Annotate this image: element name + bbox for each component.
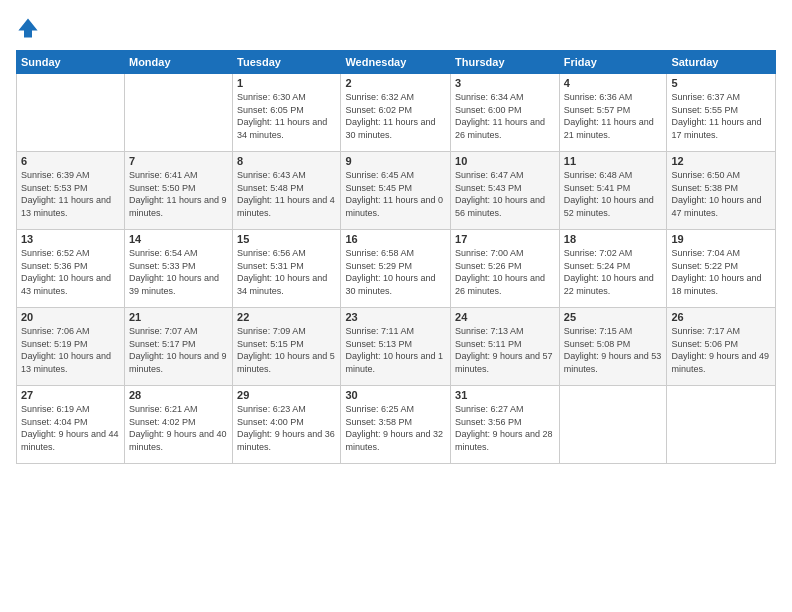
day-number: 15 bbox=[237, 233, 336, 245]
day-info: Sunrise: 6:23 AMSunset: 4:00 PMDaylight:… bbox=[237, 403, 336, 453]
day-number: 5 bbox=[671, 77, 771, 89]
day-info: Sunrise: 6:48 AMSunset: 5:41 PMDaylight:… bbox=[564, 169, 663, 219]
day-info: Sunrise: 7:15 AMSunset: 5:08 PMDaylight:… bbox=[564, 325, 663, 375]
table-row: 8Sunrise: 6:43 AMSunset: 5:48 PMDaylight… bbox=[233, 152, 341, 230]
day-number: 8 bbox=[237, 155, 336, 167]
day-info: Sunrise: 6:58 AMSunset: 5:29 PMDaylight:… bbox=[345, 247, 446, 297]
day-number: 21 bbox=[129, 311, 228, 323]
header-row: Sunday Monday Tuesday Wednesday Thursday… bbox=[17, 51, 776, 74]
day-info: Sunrise: 6:47 AMSunset: 5:43 PMDaylight:… bbox=[455, 169, 555, 219]
day-number: 12 bbox=[671, 155, 771, 167]
day-number: 10 bbox=[455, 155, 555, 167]
table-row bbox=[559, 386, 667, 464]
day-number: 18 bbox=[564, 233, 663, 245]
day-info: Sunrise: 6:25 AMSunset: 3:58 PMDaylight:… bbox=[345, 403, 446, 453]
table-row: 18Sunrise: 7:02 AMSunset: 5:24 PMDayligh… bbox=[559, 230, 667, 308]
table-row: 9Sunrise: 6:45 AMSunset: 5:45 PMDaylight… bbox=[341, 152, 451, 230]
calendar-table: Sunday Monday Tuesday Wednesday Thursday… bbox=[16, 50, 776, 464]
day-info: Sunrise: 6:34 AMSunset: 6:00 PMDaylight:… bbox=[455, 91, 555, 141]
day-info: Sunrise: 6:43 AMSunset: 5:48 PMDaylight:… bbox=[237, 169, 336, 219]
header bbox=[16, 16, 776, 40]
day-number: 26 bbox=[671, 311, 771, 323]
day-number: 23 bbox=[345, 311, 446, 323]
calendar-week-4: 20Sunrise: 7:06 AMSunset: 5:19 PMDayligh… bbox=[17, 308, 776, 386]
table-row: 27Sunrise: 6:19 AMSunset: 4:04 PMDayligh… bbox=[17, 386, 125, 464]
day-number: 19 bbox=[671, 233, 771, 245]
day-number: 31 bbox=[455, 389, 555, 401]
table-row: 6Sunrise: 6:39 AMSunset: 5:53 PMDaylight… bbox=[17, 152, 125, 230]
day-number: 28 bbox=[129, 389, 228, 401]
day-info: Sunrise: 7:09 AMSunset: 5:15 PMDaylight:… bbox=[237, 325, 336, 375]
day-info: Sunrise: 7:11 AMSunset: 5:13 PMDaylight:… bbox=[345, 325, 446, 375]
table-row: 3Sunrise: 6:34 AMSunset: 6:00 PMDaylight… bbox=[451, 74, 560, 152]
table-row: 26Sunrise: 7:17 AMSunset: 5:06 PMDayligh… bbox=[667, 308, 776, 386]
day-number: 6 bbox=[21, 155, 120, 167]
col-sunday: Sunday bbox=[17, 51, 125, 74]
table-row: 25Sunrise: 7:15 AMSunset: 5:08 PMDayligh… bbox=[559, 308, 667, 386]
col-tuesday: Tuesday bbox=[233, 51, 341, 74]
day-info: Sunrise: 7:02 AMSunset: 5:24 PMDaylight:… bbox=[564, 247, 663, 297]
table-row: 16Sunrise: 6:58 AMSunset: 5:29 PMDayligh… bbox=[341, 230, 451, 308]
day-number: 13 bbox=[21, 233, 120, 245]
table-row: 15Sunrise: 6:56 AMSunset: 5:31 PMDayligh… bbox=[233, 230, 341, 308]
col-monday: Monday bbox=[124, 51, 232, 74]
day-number: 17 bbox=[455, 233, 555, 245]
table-row: 28Sunrise: 6:21 AMSunset: 4:02 PMDayligh… bbox=[124, 386, 232, 464]
day-info: Sunrise: 7:17 AMSunset: 5:06 PMDaylight:… bbox=[671, 325, 771, 375]
table-row: 19Sunrise: 7:04 AMSunset: 5:22 PMDayligh… bbox=[667, 230, 776, 308]
day-number: 7 bbox=[129, 155, 228, 167]
day-number: 22 bbox=[237, 311, 336, 323]
calendar-week-1: 1Sunrise: 6:30 AMSunset: 6:05 PMDaylight… bbox=[17, 74, 776, 152]
day-info: Sunrise: 6:39 AMSunset: 5:53 PMDaylight:… bbox=[21, 169, 120, 219]
day-number: 14 bbox=[129, 233, 228, 245]
calendar-week-3: 13Sunrise: 6:52 AMSunset: 5:36 PMDayligh… bbox=[17, 230, 776, 308]
day-info: Sunrise: 7:13 AMSunset: 5:11 PMDaylight:… bbox=[455, 325, 555, 375]
day-info: Sunrise: 6:37 AMSunset: 5:55 PMDaylight:… bbox=[671, 91, 771, 141]
day-number: 29 bbox=[237, 389, 336, 401]
day-number: 25 bbox=[564, 311, 663, 323]
calendar-body: 1Sunrise: 6:30 AMSunset: 6:05 PMDaylight… bbox=[17, 74, 776, 464]
day-number: 4 bbox=[564, 77, 663, 89]
logo-icon bbox=[16, 16, 40, 40]
table-row: 22Sunrise: 7:09 AMSunset: 5:15 PMDayligh… bbox=[233, 308, 341, 386]
table-row: 13Sunrise: 6:52 AMSunset: 5:36 PMDayligh… bbox=[17, 230, 125, 308]
day-info: Sunrise: 6:45 AMSunset: 5:45 PMDaylight:… bbox=[345, 169, 446, 219]
day-number: 20 bbox=[21, 311, 120, 323]
table-row: 21Sunrise: 7:07 AMSunset: 5:17 PMDayligh… bbox=[124, 308, 232, 386]
day-info: Sunrise: 6:30 AMSunset: 6:05 PMDaylight:… bbox=[237, 91, 336, 141]
table-row: 2Sunrise: 6:32 AMSunset: 6:02 PMDaylight… bbox=[341, 74, 451, 152]
day-info: Sunrise: 7:00 AMSunset: 5:26 PMDaylight:… bbox=[455, 247, 555, 297]
table-row bbox=[17, 74, 125, 152]
table-row: 14Sunrise: 6:54 AMSunset: 5:33 PMDayligh… bbox=[124, 230, 232, 308]
table-row: 17Sunrise: 7:00 AMSunset: 5:26 PMDayligh… bbox=[451, 230, 560, 308]
table-row: 30Sunrise: 6:25 AMSunset: 3:58 PMDayligh… bbox=[341, 386, 451, 464]
table-row: 31Sunrise: 6:27 AMSunset: 3:56 PMDayligh… bbox=[451, 386, 560, 464]
calendar-header: Sunday Monday Tuesday Wednesday Thursday… bbox=[17, 51, 776, 74]
table-row: 24Sunrise: 7:13 AMSunset: 5:11 PMDayligh… bbox=[451, 308, 560, 386]
col-thursday: Thursday bbox=[451, 51, 560, 74]
day-number: 3 bbox=[455, 77, 555, 89]
table-row: 10Sunrise: 6:47 AMSunset: 5:43 PMDayligh… bbox=[451, 152, 560, 230]
svg-marker-0 bbox=[18, 18, 37, 37]
logo bbox=[16, 16, 44, 40]
table-row: 20Sunrise: 7:06 AMSunset: 5:19 PMDayligh… bbox=[17, 308, 125, 386]
day-info: Sunrise: 7:07 AMSunset: 5:17 PMDaylight:… bbox=[129, 325, 228, 375]
col-saturday: Saturday bbox=[667, 51, 776, 74]
day-number: 27 bbox=[21, 389, 120, 401]
table-row: 29Sunrise: 6:23 AMSunset: 4:00 PMDayligh… bbox=[233, 386, 341, 464]
table-row: 23Sunrise: 7:11 AMSunset: 5:13 PMDayligh… bbox=[341, 308, 451, 386]
day-number: 30 bbox=[345, 389, 446, 401]
day-info: Sunrise: 7:06 AMSunset: 5:19 PMDaylight:… bbox=[21, 325, 120, 375]
day-info: Sunrise: 6:56 AMSunset: 5:31 PMDaylight:… bbox=[237, 247, 336, 297]
day-info: Sunrise: 6:21 AMSunset: 4:02 PMDaylight:… bbox=[129, 403, 228, 453]
day-info: Sunrise: 6:54 AMSunset: 5:33 PMDaylight:… bbox=[129, 247, 228, 297]
day-info: Sunrise: 6:19 AMSunset: 4:04 PMDaylight:… bbox=[21, 403, 120, 453]
col-friday: Friday bbox=[559, 51, 667, 74]
table-row: 7Sunrise: 6:41 AMSunset: 5:50 PMDaylight… bbox=[124, 152, 232, 230]
table-row: 1Sunrise: 6:30 AMSunset: 6:05 PMDaylight… bbox=[233, 74, 341, 152]
page: Sunday Monday Tuesday Wednesday Thursday… bbox=[0, 0, 792, 612]
day-number: 1 bbox=[237, 77, 336, 89]
day-info: Sunrise: 6:50 AMSunset: 5:38 PMDaylight:… bbox=[671, 169, 771, 219]
day-number: 9 bbox=[345, 155, 446, 167]
day-info: Sunrise: 6:52 AMSunset: 5:36 PMDaylight:… bbox=[21, 247, 120, 297]
